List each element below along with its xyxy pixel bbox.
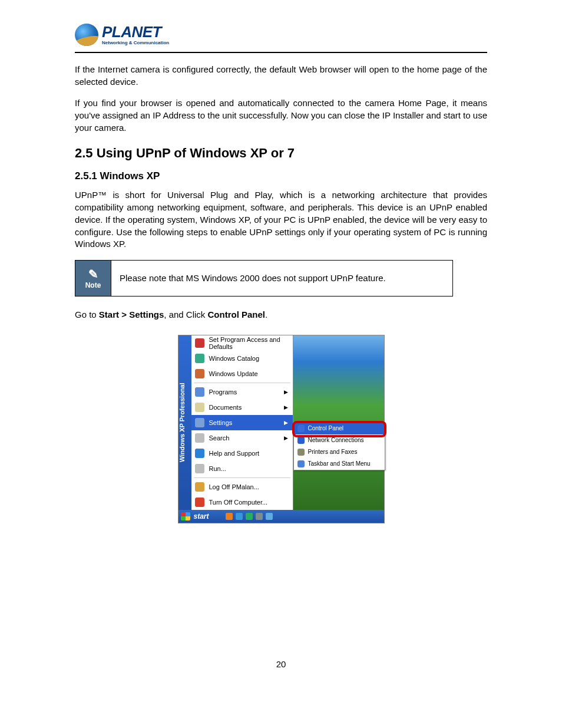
submenu-arrow-icon: ▶ <box>284 389 288 395</box>
ql-icon[interactable] <box>246 513 253 520</box>
submenu-label: Printers and Faxes <box>308 449 358 455</box>
note-box: ✎ Note Please note that MS Windows 2000 … <box>75 260 453 297</box>
update-icon <box>195 369 204 378</box>
submenu-label: Control Panel <box>308 425 344 431</box>
menu-separator <box>194 383 290 383</box>
logoff-icon <box>195 482 204 492</box>
submenu-label: Network Connections <box>308 437 364 443</box>
note-badge: ✎ Note <box>75 261 111 296</box>
menu-label: Search <box>209 434 230 442</box>
start-button[interactable]: start <box>194 512 209 521</box>
menu-item-documents[interactable]: Documents ▶ <box>191 400 293 415</box>
ql-icon[interactable] <box>256 513 263 520</box>
submenu-taskbar[interactable]: Taskbar and Start Menu <box>294 458 385 470</box>
menu-item[interactable]: Set Program Access and Defaults <box>191 335 293 351</box>
menu-item[interactable]: Windows Update <box>191 366 293 381</box>
menu-item[interactable]: Windows Catalog <box>191 351 293 366</box>
menu-label: Settings <box>209 419 233 426</box>
brand-logo: PLANET Networking & Communication <box>75 24 487 46</box>
ql-icon[interactable] <box>266 513 273 520</box>
menu-label: Documents <box>209 404 242 411</box>
menu-separator <box>194 477 290 478</box>
power-icon <box>195 498 204 507</box>
heading-2-5-1: 2.5.1 Windows XP <box>75 170 487 182</box>
settings-icon <box>195 418 204 427</box>
paragraph-3: UPnP™ is short for Universal Plug and Pl… <box>75 189 487 250</box>
taskbar: start <box>178 510 384 523</box>
menu-item-programs[interactable]: Programs ▶ <box>191 384 293 400</box>
start-menu-screenshot: Windows XP Professional Set Program Acce… <box>178 335 385 523</box>
menu-label: Log Off PMalan... <box>209 483 259 490</box>
menu-label: Programs <box>209 388 237 396</box>
note-label: Note <box>85 281 101 289</box>
documents-icon <box>195 403 204 412</box>
control-panel-icon <box>297 425 305 432</box>
start-menu-list: Set Program Access and Defaults Windows … <box>191 335 293 510</box>
start-menu-sidebar: Windows XP Professional <box>178 335 191 510</box>
windows-flag-icon <box>181 512 190 521</box>
paragraph-2: If you find your browser is opened and a… <box>75 97 487 134</box>
heading-2-5: 2.5 Using UPnP of Windows XP or 7 <box>75 146 487 161</box>
quick-launch <box>226 513 273 520</box>
settings-submenu: Control Panel Network Connections Printe… <box>293 422 385 470</box>
ql-icon[interactable] <box>236 513 243 520</box>
page-header: PLANET Networking & Communication <box>75 24 487 53</box>
menu-label: Turn Off Computer... <box>209 499 268 506</box>
programs-icon <box>195 387 204 397</box>
search-icon <box>195 433 204 443</box>
submenu-printers[interactable]: Printers and Faxes <box>294 446 385 458</box>
note-text: Please note that MS Windows 2000 does no… <box>111 273 394 283</box>
ql-icon[interactable] <box>226 513 233 520</box>
menu-label: Run... <box>209 465 226 472</box>
brand-tagline: Networking & Communication <box>102 41 169 45</box>
submenu-arrow-icon: ▶ <box>284 420 288 426</box>
help-icon <box>195 449 204 458</box>
menu-item-run[interactable]: Run... <box>191 461 293 476</box>
submenu-network[interactable]: Network Connections <box>294 434 385 446</box>
run-icon <box>195 464 204 473</box>
menu-label: Help and Support <box>209 450 260 457</box>
menu-item-settings[interactable]: Settings ▶ <box>191 415 293 430</box>
printer-icon <box>297 449 305 456</box>
menu-item-search[interactable]: Search ▶ <box>191 430 293 446</box>
submenu-arrow-icon: ▶ <box>284 435 288 441</box>
globe-icon <box>75 24 98 46</box>
brand-name: PLANET <box>102 24 169 39</box>
menu-item-logoff[interactable]: Log Off PMalan... <box>191 479 293 495</box>
submenu-arrow-icon: ▶ <box>284 404 288 410</box>
taskbar-icon <box>297 460 305 467</box>
menu-item-help[interactable]: Help and Support <box>191 446 293 461</box>
note-icon: ✎ <box>88 267 98 281</box>
menu-label: Windows Update <box>209 370 258 377</box>
paragraph-1: If the Internet camera is configured cor… <box>75 64 487 88</box>
desktop-background: Control Panel Network Connections Printe… <box>293 335 384 510</box>
menu-label: Windows Catalog <box>209 355 260 362</box>
submenu-label: Taskbar and Start Menu <box>308 460 371 467</box>
program-access-icon <box>195 338 204 348</box>
page-number: 20 <box>75 659 487 669</box>
network-icon <box>297 437 305 444</box>
menu-item-poweroff[interactable]: Turn Off Computer... <box>191 495 293 510</box>
submenu-control-panel[interactable]: Control Panel <box>294 423 385 434</box>
instruction-line: Go to Start > Settings, and Click Contro… <box>75 309 487 319</box>
catalog-icon <box>195 354 204 363</box>
menu-label: Set Program Access and Defaults <box>209 336 288 350</box>
